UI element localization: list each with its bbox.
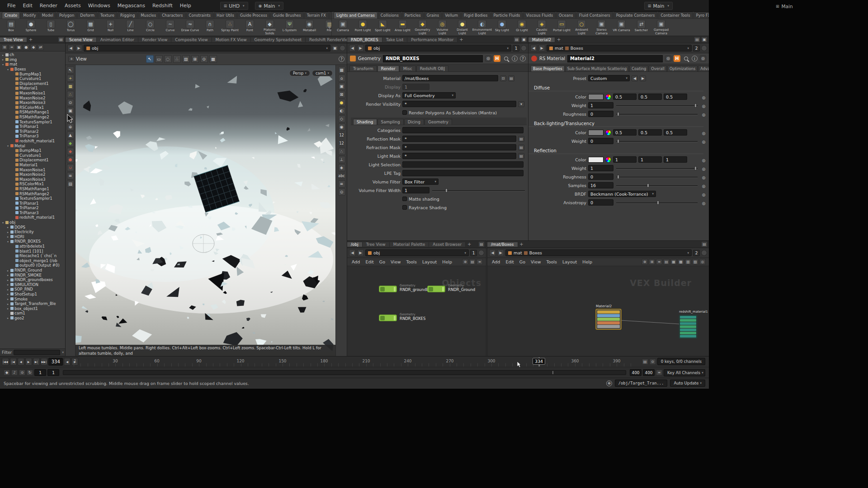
parameter-tab[interactable]: Coating (629, 66, 648, 71)
render-sub-tab[interactable]: Sampling (377, 119, 404, 125)
menu-item[interactable]: File (4, 1, 19, 10)
tree-item[interactable]: TriPlanar2 (0, 206, 66, 211)
network-canvas-mat[interactable]: VEX Builder Material2 redshift_material1 (487, 266, 709, 356)
tree-item[interactable]: ▸ ch (0, 52, 66, 57)
shade-mode-icon[interactable]: ◐ (338, 107, 345, 114)
volume-filter-dropdown[interactable]: Box Filter (402, 178, 439, 185)
volume-filter-width-field[interactable]: 1 (402, 187, 429, 193)
gear-icon[interactable] (700, 155, 707, 164)
network-menu-item[interactable]: View (388, 258, 404, 265)
tree-item[interactable]: ▸ RNDR_SMOKE (0, 272, 66, 277)
display-points-icon[interactable]: ∴ (338, 148, 345, 155)
tree-expander[interactable]: ▸ (6, 288, 9, 291)
update-mode-dropdown[interactable]: Auto Update (670, 380, 705, 387)
key-green-icon[interactable]: ◆ (67, 140, 74, 147)
link-icon[interactable] (701, 45, 707, 51)
reflection-color-swatch[interactable] (588, 157, 604, 163)
shelf-tab[interactable]: Deform (77, 12, 97, 19)
gear-icon[interactable] (700, 137, 707, 145)
audio-icon[interactable]: ♪ (11, 370, 18, 375)
tree-item[interactable]: MaxonNoise1 (0, 91, 66, 96)
volume-filter-width-slider[interactable] (432, 188, 525, 193)
handles-icon[interactable]: + (67, 75, 74, 82)
tree-item[interactable]: blast1 [101] (0, 249, 66, 253)
network-menu-item[interactable]: View (528, 258, 544, 265)
color-component-field[interactable]: 0.5 (613, 129, 637, 136)
orientation-gizmo[interactable] (193, 235, 214, 253)
parameter-tab[interactable]: Optimizations (667, 66, 698, 71)
path-field[interactable]: obj (365, 249, 469, 256)
snapshot-icon[interactable]: ⊙ (338, 188, 345, 196)
backlight-weight-slider[interactable] (616, 138, 698, 144)
tree-expander[interactable]: ▸ (6, 302, 9, 305)
network-menu-item[interactable]: Add (349, 258, 363, 265)
tree-item[interactable]: Material1 (0, 86, 66, 91)
tree-expander[interactable]: ▸ (6, 230, 9, 234)
play-button[interactable]: ▶ (25, 358, 32, 366)
step-back-button[interactable]: ◀ (18, 358, 24, 366)
tools-icon[interactable]: ⊛ (462, 259, 468, 265)
tree-expander[interactable]: ▾ (6, 240, 9, 243)
desktop-selector[interactable]: ◉ Main (255, 2, 283, 10)
backlight-weight-field[interactable]: 0 (588, 138, 613, 144)
tree-expander[interactable]: ▾ (6, 68, 9, 71)
tree-item[interactable]: ▾ Metal (0, 143, 66, 148)
display-flag[interactable] (394, 316, 396, 320)
context-path-field[interactable]: /obj/Target_Tran... (615, 380, 668, 387)
gear-icon[interactable] (700, 110, 707, 118)
gear-icon[interactable] (700, 198, 707, 206)
sync-selection-icon[interactable]: ⇄ (38, 44, 44, 50)
prev-key-button[interactable]: |◀ (10, 358, 17, 366)
diffuse-weight-field[interactable]: 1 (588, 102, 613, 108)
color-wheel-icon[interactable] (605, 130, 611, 136)
tree-item[interactable]: ▸ Target_Transform_Ble (0, 301, 66, 306)
shelf-tool[interactable]: ▣ Stereo Camera (592, 20, 611, 35)
help-icon[interactable]: ? (520, 56, 526, 61)
tree-expander[interactable]: ▸ (1, 53, 5, 56)
preset-next-icon[interactable]: ▶ (640, 75, 646, 81)
projection-badge[interactable]: Persp (289, 70, 310, 76)
color-component-field[interactable]: 1 (613, 156, 637, 163)
camera-badge[interactable]: cam1 (312, 70, 333, 76)
shelf-tab[interactable]: Model (39, 12, 56, 19)
samples-slider[interactable] (616, 183, 698, 188)
tree-item[interactable]: redshift_material1 (0, 215, 66, 220)
organize-icon[interactable]: ≡ (656, 259, 662, 265)
shelf-tool[interactable]: ○ Circle (141, 20, 160, 35)
shelf-tool[interactable]: ▣ VR Camera (612, 20, 631, 35)
tree-item[interactable]: ▾ mat (0, 62, 66, 67)
path-field[interactable]: mat Boxes (505, 249, 692, 256)
render-sub-tab[interactable]: Geometry (425, 119, 452, 125)
tree-item[interactable]: ▸ HDRI (0, 235, 66, 239)
filter-input[interactable] (14, 350, 60, 355)
list-view-icon[interactable]: ▤ (663, 259, 670, 265)
tree-item[interactable]: Displacement1 (0, 81, 66, 86)
find-icon[interactable]: ◎ (699, 259, 706, 265)
shelf-tool[interactable]: ▯ Tube (41, 20, 61, 35)
frame-view-icon[interactable]: ▣ (338, 83, 345, 90)
measure-icon[interactable]: ≡ (67, 172, 74, 179)
tree-item[interactable]: ▸ SOP_RND (0, 287, 66, 292)
shelf-tab[interactable]: Muscles (138, 12, 159, 19)
tree-expander[interactable]: ▸ (1, 58, 5, 61)
shelf-tool[interactable]: ∼ Curve (160, 20, 180, 35)
construction-plane-icon[interactable]: ▦ (67, 83, 74, 90)
tree-item[interactable]: ▾ RNDR_BOXES (0, 239, 66, 244)
color-component-field[interactable]: 1 (664, 156, 687, 163)
ipr-toggle-icon[interactable] (340, 45, 345, 51)
tree-item[interactable]: MaxonNoise3 (0, 100, 66, 105)
network-menu-item[interactable]: Go (377, 258, 388, 265)
list-view-icon[interactable]: ▤ (469, 259, 476, 265)
new-pane-tab-button[interactable] (458, 36, 465, 43)
node-name-field[interactable]: Material2 (567, 55, 663, 62)
network-menu-item[interactable]: Edit (503, 258, 516, 265)
resolution-selector[interactable]: ⊞ UHD (220, 2, 248, 10)
pane-menu-icon[interactable]: ▤ (701, 241, 708, 247)
breadcrumb-network[interactable]: mat (514, 250, 522, 255)
tree-item[interactable]: filecache1 (`chs(`n (0, 253, 66, 258)
display-normals-icon[interactable]: ⊥ (338, 156, 345, 163)
shelf-tab[interactable]: Constraints (186, 12, 214, 19)
pane-tab[interactable]: Take List (382, 38, 408, 42)
path-back-button[interactable] (530, 45, 537, 52)
tree-item[interactable]: ▸ box_object1 (0, 306, 66, 311)
